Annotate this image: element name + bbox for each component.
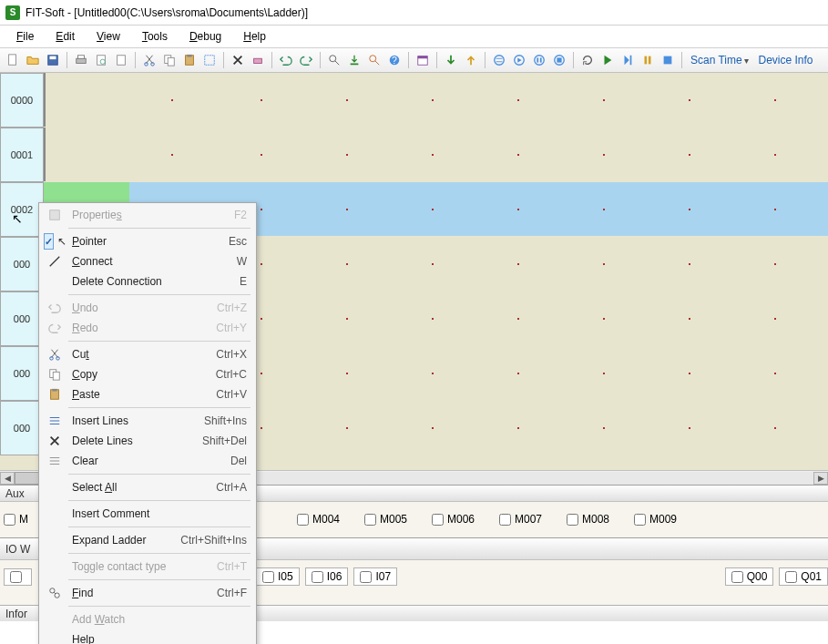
pause-icon[interactable] [639, 51, 657, 69]
open-icon[interactable] [24, 51, 42, 69]
io-input-cell[interactable] [4, 568, 32, 586]
undo-icon[interactable] [277, 51, 295, 69]
io-output-cell[interactable]: Q00 [725, 567, 774, 586]
io-checkbox[interactable] [10, 571, 22, 583]
grid-tick [603, 209, 605, 210]
row-header[interactable]: 0001 [0, 128, 44, 182]
stop-icon[interactable] [659, 51, 677, 69]
svg-rect-26 [537, 57, 538, 62]
ladder-row[interactable] [44, 128, 828, 182]
aux-cell[interactable]: M006 [432, 513, 492, 526]
aux-checkbox[interactable] [634, 514, 646, 526]
find-icon[interactable] [325, 51, 343, 69]
ctx-item[interactable]: Select AllCtrl+A [41, 477, 254, 497]
ctx-item[interactable]: Insert Comment [41, 504, 254, 524]
select-all-icon[interactable] [200, 51, 219, 69]
aux-checkbox[interactable] [364, 514, 376, 526]
arrow-down-green-icon[interactable] [442, 51, 460, 69]
svg-text:?: ? [392, 55, 397, 66]
ctx-item[interactable]: Insert LinesShift+Ins [41, 411, 254, 431]
row-header[interactable]: 000 [0, 237, 44, 291]
preview-icon[interactable] [92, 51, 110, 69]
aux-cell[interactable]: M008 [567, 513, 627, 526]
io-checkbox[interactable] [262, 571, 274, 583]
svg-rect-4 [78, 56, 85, 59]
io-checkbox[interactable] [731, 571, 743, 583]
aux-checkbox[interactable] [4, 514, 15, 526]
aux-checkbox[interactable] [297, 514, 309, 526]
aux-checkbox[interactable] [567, 514, 578, 526]
scan-time-label[interactable]: Scan Time [687, 54, 752, 66]
row-header[interactable]: 0000 [0, 73, 44, 128]
grid-tick [432, 154, 434, 156]
aux-cell[interactable]: M009 [634, 513, 694, 526]
grid-tick [346, 154, 348, 156]
upload-icon[interactable] [365, 51, 383, 69]
ctx-item[interactable]: ConnectW [41, 251, 254, 271]
ctx-item[interactable]: ClearDel [41, 451, 254, 471]
print-icon[interactable] [72, 51, 90, 69]
refresh-icon[interactable] [578, 51, 597, 69]
arrow-up-yellow-icon[interactable] [462, 51, 480, 69]
ctx-item[interactable]: Help [41, 629, 254, 644]
ctx-shortcut: E [240, 275, 247, 288]
scroll-right-icon[interactable]: ▶ [813, 472, 828, 485]
ladder-row[interactable] [44, 73, 828, 128]
calendar-icon[interactable] [414, 51, 432, 69]
ctx-item[interactable]: Delete LinesShift+Del [41, 431, 254, 451]
io-checkbox[interactable] [785, 571, 797, 583]
download-icon[interactable] [345, 51, 363, 69]
page-setup-icon[interactable] [112, 51, 130, 69]
aux-cell[interactable]: M007 [499, 513, 559, 526]
device-info-label[interactable]: Device Info [754, 54, 816, 66]
cut-icon[interactable] [140, 51, 158, 69]
menu-debug[interactable]: Debug [180, 28, 230, 45]
io-input-cell[interactable]: I07 [353, 567, 397, 586]
row-header[interactable]: 000 [0, 291, 44, 346]
paste-icon [45, 386, 65, 403]
ctx-item[interactable]: FindCtrl+F [41, 583, 254, 603]
aux-cell[interactable]: M004 [297, 513, 357, 526]
menu-tools[interactable]: Tools [133, 28, 177, 45]
row-header[interactable]: 000 [0, 401, 44, 455]
aux-cell[interactable]: M005 [364, 513, 424, 526]
scroll-left-icon[interactable]: ◀ [0, 472, 15, 485]
step-icon[interactable] [618, 51, 637, 69]
context-menu[interactable]: PropertiesF2✓↖PointerEscConnectWDelete C… [38, 202, 257, 644]
ctx-item[interactable]: PasteCtrl+V [41, 384, 254, 404]
io-checkbox[interactable] [360, 571, 372, 583]
monitor-start-icon[interactable] [510, 51, 528, 69]
io-input-cell[interactable]: I06 [305, 567, 349, 586]
aux-checkbox[interactable] [499, 514, 511, 526]
monitor-stop-icon[interactable] [550, 51, 568, 69]
copy-icon[interactable] [160, 51, 179, 69]
menu-file[interactable]: File [7, 28, 43, 45]
ctx-item[interactable]: ✓↖PointerEsc [41, 231, 254, 251]
ctx-item[interactable]: Delete ConnectionE [41, 271, 254, 291]
new-icon[interactable] [4, 51, 22, 69]
ctx-item[interactable]: CutCtrl+X [41, 344, 254, 364]
online-icon[interactable] [490, 51, 508, 69]
clear-icon[interactable] [249, 51, 267, 69]
help-icon[interactable]: ? [385, 51, 404, 69]
aux-label: M005 [380, 513, 407, 526]
monitor-pause-icon[interactable] [530, 51, 548, 69]
paste-icon[interactable] [180, 51, 199, 69]
io-output-cell[interactable]: Q01 [779, 567, 828, 586]
menu-edit[interactable]: Edit [46, 28, 84, 45]
line-icon [45, 253, 65, 270]
save-icon[interactable] [44, 51, 62, 69]
menu-help[interactable]: Help [234, 28, 275, 45]
menu-view[interactable]: View [87, 28, 129, 45]
run-icon[interactable] [598, 51, 617, 69]
row-header[interactable]: 0002 [0, 182, 44, 237]
redo-icon[interactable] [297, 51, 315, 69]
aux-checkbox[interactable] [432, 514, 444, 526]
io-input-cell[interactable]: I05 [256, 567, 300, 586]
ctx-item[interactable]: CopyCtrl+C [41, 364, 254, 384]
row-header[interactable]: 000 [0, 346, 44, 401]
ctx-item[interactable]: Expand LadderCtrl+Shift+Ins [41, 530, 254, 550]
menu-separator [68, 579, 250, 580]
delete-icon[interactable] [229, 51, 247, 69]
io-checkbox[interactable] [312, 571, 323, 583]
